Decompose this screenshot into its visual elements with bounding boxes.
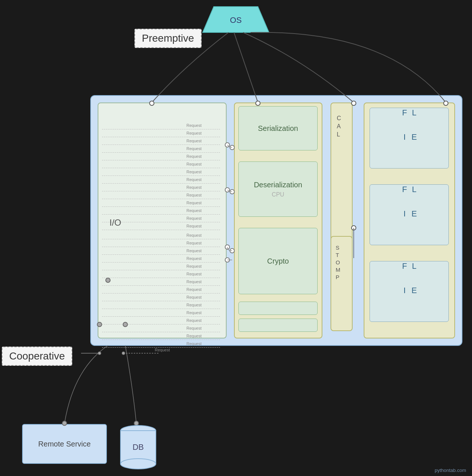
io-label: I/O: [109, 218, 121, 228]
io-panel: Request Request Request Request Request …: [98, 103, 227, 338]
cooperative-label: Cooperative: [2, 347, 72, 366]
main-container: Request Request Request Request Request …: [90, 95, 462, 346]
svg-point-17: [134, 421, 139, 425]
stomp-panel: STOMP: [331, 236, 353, 331]
serialization-label: Serialization: [258, 124, 298, 133]
file-label-3: F I L E: [400, 261, 419, 322]
small-box-1: [238, 302, 318, 315]
serialization-box: Serialization: [238, 106, 318, 150]
svg-rect-24: [120, 431, 156, 464]
svg-text:OS: OS: [230, 15, 242, 25]
cal-label: CAL: [337, 114, 341, 139]
crypto-box: Crypto: [238, 228, 318, 294]
file-box-1: F I L E: [370, 108, 449, 168]
svg-marker-0: [203, 7, 269, 32]
stomp-label: STOMP: [336, 244, 340, 281]
file-label-2: F I L E: [400, 185, 419, 245]
svg-text:Request: Request: [155, 348, 170, 352]
file-box-3: F I L E: [370, 261, 449, 322]
cooperative-text: Cooperative: [9, 350, 65, 362]
deserialization-box: Deserialization CPU: [238, 161, 318, 217]
file-label-1: F I L E: [400, 108, 419, 168]
watermark: pythontab.com: [435, 468, 466, 473]
diagram-container: OS: [0, 0, 472, 476]
remote-service-box: Remote Service: [22, 424, 107, 464]
cpu-sublabel: CPU: [272, 191, 284, 198]
crypto-label: Crypto: [267, 257, 289, 265]
svg-point-23: [120, 425, 156, 436]
file-box-2: F I L E: [370, 184, 449, 245]
remote-service-label: Remote Service: [38, 440, 91, 448]
svg-point-19: [98, 352, 101, 355]
preemptive-label: Preemptive: [134, 29, 202, 48]
small-box-2: [238, 319, 318, 332]
svg-point-20: [122, 352, 125, 355]
svg-text:DB: DB: [133, 442, 144, 452]
deserialization-label: Deserialization: [254, 181, 302, 189]
preemptive-text: Preemptive: [142, 32, 194, 44]
svg-point-25: [120, 459, 156, 469]
